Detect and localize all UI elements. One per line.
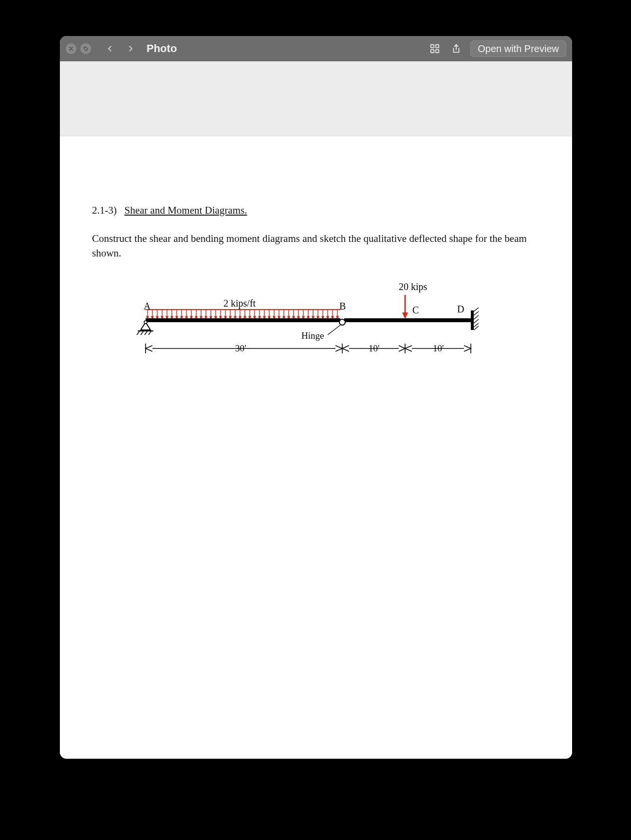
svg-rect-0 [431,45,434,48]
grid-icon [429,43,440,54]
svg-line-100 [474,315,479,319]
svg-line-98 [474,308,479,311]
svg-point-91 [144,321,147,324]
dim-10-a: 10' [369,343,379,353]
svg-rect-87 [146,318,340,322]
svg-line-101 [474,319,479,323]
svg-rect-97 [471,310,474,330]
close-button[interactable] [66,43,76,54]
svg-rect-2 [431,50,434,53]
svg-line-96 [148,331,151,335]
node-D-label: D [457,304,464,314]
hinge-label: Hinge [301,330,324,341]
open-with-preview-button[interactable]: Open with Preview [470,40,566,57]
svg-point-89 [339,319,345,325]
grid-view-button[interactable] [427,41,442,56]
svg-line-94 [141,331,144,335]
nav-back-button[interactable] [102,40,118,57]
problem-number: 2.1-3) [92,204,117,216]
problem-heading: 2.1-3) Shear and Moment Diagrams. [92,204,540,217]
document-page: 2.1-3) Shear and Moment Diagrams. Constr… [60,136,572,759]
svg-rect-1 [436,45,439,48]
expand-icon [83,46,89,52]
node-A-label: A [144,301,151,311]
svg-line-95 [145,331,148,335]
fullscreen-button[interactable] [80,43,91,54]
share-button[interactable] [449,41,464,56]
dim-30: 30' [235,343,246,353]
svg-line-93 [137,331,140,335]
chevron-left-icon [106,44,114,53]
content-area: 2.1-3) Shear and Moment Diagrams. Constr… [60,61,572,759]
problem-statement: Construct the shear and bending moment d… [92,231,530,261]
svg-marker-5 [402,312,408,319]
distributed-load-label: 2 kips/ft [223,298,256,309]
dim-10-b: 10' [433,343,444,353]
svg-line-104 [328,325,340,335]
svg-rect-3 [436,50,439,53]
problem-title: Shear and Moment Diagrams. [125,204,247,216]
beam-diagram: 20 kips 2 kips/ft A [126,280,506,368]
open-button-label: Open with Preview [478,43,559,55]
document-header-blank [60,61,572,136]
nav-forward-button[interactable] [122,40,139,57]
node-C-label: C [412,305,419,315]
share-icon [451,43,462,54]
quicklook-window: Photo Open with Preview [60,36,572,759]
node-B-label: B [339,301,346,311]
titlebar: Photo Open with Preview [60,36,572,61]
point-load-label: 20 kips [399,281,427,292]
svg-line-99 [474,311,479,315]
chevron-right-icon [126,44,135,53]
window-title: Photo [147,42,177,55]
close-icon [68,46,74,52]
svg-rect-88 [344,318,471,322]
